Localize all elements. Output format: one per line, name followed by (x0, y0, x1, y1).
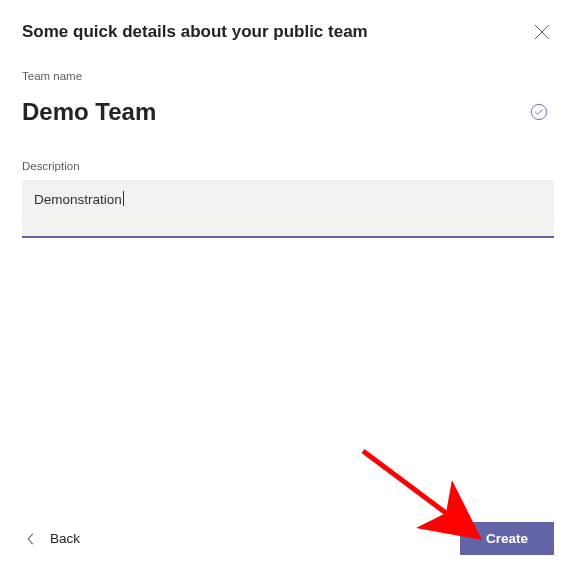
back-button[interactable]: Back (22, 525, 84, 552)
create-button[interactable]: Create (460, 522, 554, 555)
chevron-left-icon (26, 532, 36, 546)
team-name-row: Demo Team (22, 98, 554, 126)
team-name-field[interactable]: Demo Team (22, 98, 530, 126)
close-icon[interactable] (534, 24, 550, 40)
svg-point-2 (531, 104, 546, 119)
description-value: Demonstration (34, 192, 122, 207)
text-caret (123, 191, 124, 206)
dialog-footer: Back Create (22, 522, 554, 557)
back-button-label: Back (50, 531, 80, 546)
team-name-label: Team name (22, 70, 554, 82)
description-label: Description (22, 160, 554, 172)
dialog-header: Some quick details about your public tea… (22, 22, 554, 42)
description-field[interactable]: Demonstration (22, 180, 554, 238)
checkmark-circle-icon (530, 103, 548, 121)
create-team-dialog: Some quick details about your public tea… (0, 0, 576, 579)
dialog-title: Some quick details about your public tea… (22, 22, 368, 42)
